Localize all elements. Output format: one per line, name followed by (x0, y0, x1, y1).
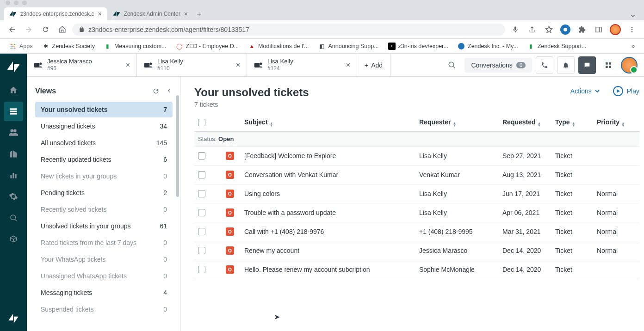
table-row[interactable]: O Trouble with a password update Lisa Ke… (194, 203, 639, 222)
view-item[interactable]: Messaging tickets4 (35, 285, 173, 300)
nav-admin[interactable] (4, 187, 23, 206)
view-item[interactable]: Your WhatsApp tickets0 (35, 251, 173, 267)
apps-button[interactable] (600, 56, 617, 74)
actions-dropdown[interactable]: Actions (570, 87, 600, 95)
bookmarks-overflow[interactable]: » (628, 41, 638, 51)
view-item[interactable]: Suspended tickets0 (35, 301, 173, 317)
notifications-button[interactable] (557, 56, 575, 74)
view-item[interactable]: New tickets in your groups0 (35, 168, 173, 184)
view-item[interactable]: Unassigned WhatsApp tickets0 (35, 268, 173, 284)
add-tab-button[interactable]: +Add (357, 54, 390, 76)
bookmark[interactable]: ▲Modifications de l'... (244, 41, 312, 52)
kebab-icon[interactable] (625, 23, 638, 36)
view-item[interactable]: All unsolved tickets145 (35, 135, 173, 151)
back-button[interactable] (6, 23, 19, 36)
row-checkbox[interactable] (198, 266, 205, 273)
ticket-priority: Normal (597, 228, 636, 235)
table-row[interactable]: O [Feedback] Welcome to Explore Lisa Kel… (194, 147, 639, 166)
reload-button[interactable] (39, 23, 52, 36)
close-icon[interactable]: × (98, 10, 101, 18)
nav-organizations[interactable] (4, 144, 23, 164)
ticket-tab[interactable]: Lisa Kelly#124 × (247, 54, 357, 76)
row-checkbox[interactable] (198, 171, 205, 178)
row-checkbox[interactable] (198, 190, 205, 197)
search-button[interactable] (443, 56, 461, 74)
star-icon[interactable] (542, 23, 555, 36)
ticket-requested: Apr 06, 2021 (502, 209, 555, 216)
conversations-button[interactable]: Conversations 0 (464, 58, 532, 73)
nav-reporting[interactable] (4, 166, 23, 185)
talk-button[interactable] (536, 56, 553, 74)
view-item[interactable]: Pending tickets2 (35, 185, 173, 201)
scrollbar-thumb[interactable] (176, 95, 179, 197)
browser-tab[interactable]: z3ndocs-enterprise.zendesk.c × (4, 7, 107, 20)
chat-button[interactable] (578, 56, 596, 74)
home-button[interactable] (56, 23, 68, 36)
ticket-type: Ticket (555, 228, 597, 235)
zendesk-products[interactable] (4, 309, 23, 328)
column-requested[interactable]: Requested▲▼ (502, 118, 555, 127)
table-row[interactable]: O Hello. Please renew my account subcrip… (194, 260, 639, 279)
view-item[interactable]: Your unsolved tickets7 (35, 102, 173, 117)
nav-views[interactable] (4, 102, 23, 121)
view-item[interactable]: Rated tickets from the last 7 days0 (35, 235, 173, 251)
view-item[interactable]: Unsolved tickets in your groups61 (35, 218, 173, 234)
profile-avatar[interactable] (609, 23, 622, 36)
share-icon[interactable] (526, 23, 539, 36)
table-row[interactable]: O Renew my account Jessica Marasco Dec 1… (194, 241, 639, 260)
zendesk-logo[interactable] (4, 57, 23, 77)
view-item[interactable]: Unassigned tickets34 (35, 118, 173, 134)
ticket-tab[interactable]: Lisa Kelly#110 × (137, 54, 247, 76)
browser-tab[interactable]: Zendesk Admin Center × (107, 7, 193, 20)
close-icon[interactable]: × (346, 61, 350, 69)
agent-avatar[interactable] (621, 57, 638, 74)
traffic-light-minimize[interactable] (14, 0, 19, 5)
refresh-icon[interactable] (152, 87, 160, 95)
collapse-icon[interactable] (166, 87, 173, 95)
nav-home[interactable] (4, 80, 23, 100)
close-icon[interactable]: × (126, 61, 130, 69)
close-icon[interactable]: × (184, 10, 188, 18)
column-subject[interactable]: Subject▲▼ (244, 118, 419, 127)
puzzle-icon[interactable] (576, 23, 588, 36)
bookmark[interactable]: ▮Zendesk Support... (524, 41, 590, 52)
new-tab-button[interactable]: + (193, 8, 205, 20)
select-all-checkbox[interactable] (198, 119, 205, 126)
view-item[interactable]: Recently solved tickets0 (35, 202, 173, 217)
chevron-down-icon[interactable] (625, 11, 640, 20)
row-checkbox[interactable] (198, 209, 205, 216)
table-row[interactable]: O Conversation with Venkat Kumar Venkat … (194, 166, 639, 184)
row-checkbox[interactable] (198, 152, 205, 159)
column-type[interactable]: Type▲▼ (555, 118, 597, 127)
row-checkbox[interactable] (198, 247, 205, 254)
view-item[interactable]: Recently updated tickets6 (35, 152, 173, 167)
apps-bookmark[interactable]: Apps (6, 41, 37, 52)
status-badge: O (226, 152, 234, 160)
bookmark[interactable]: ◯ZED - Employee D... (172, 41, 242, 52)
column-priority[interactable]: Priority▲▼ (597, 118, 636, 127)
microphone-icon[interactable] (509, 23, 522, 36)
ticket-tab[interactable]: Jessica Marasco#96 × (27, 54, 137, 76)
bookmark[interactable]: ✱Zendesk Society (38, 41, 99, 52)
close-icon[interactable]: × (236, 61, 240, 69)
traffic-light-close[interactable] (6, 0, 10, 5)
view-count: 0 (163, 306, 167, 313)
bookmark[interactable]: Zendesk Inc. - My... (454, 41, 522, 52)
bookmark[interactable]: ◧Announcing Supp... (314, 41, 382, 52)
table-row[interactable]: O Call with +1 (408) 218-9976 +1 (408) 2… (194, 222, 639, 241)
url-bar[interactable]: z3ndocs-enterprise.zendesk.com/agent/fil… (72, 24, 505, 36)
column-requester[interactable]: Requester▲▼ (419, 118, 502, 127)
play-button[interactable]: Play (613, 86, 639, 96)
row-checkbox[interactable] (198, 228, 205, 235)
ticket-subject: Trouble with a password update (244, 209, 419, 216)
nav-item[interactable] (4, 208, 23, 227)
nav-customers[interactable] (4, 123, 23, 142)
panel-icon[interactable] (592, 23, 605, 36)
bookmark[interactable]: ▮Measuring custom... (100, 41, 170, 52)
nav-item[interactable] (4, 229, 23, 249)
traffic-light-zoom[interactable] (22, 0, 27, 5)
table-row[interactable]: O Using colors Lisa Kelly Jun 17, 2021 T… (194, 184, 639, 203)
extension-icon[interactable] (559, 23, 572, 36)
forward-button[interactable] (22, 23, 35, 36)
bookmark[interactable]: +z3n-iris dev/exper... (384, 41, 452, 52)
